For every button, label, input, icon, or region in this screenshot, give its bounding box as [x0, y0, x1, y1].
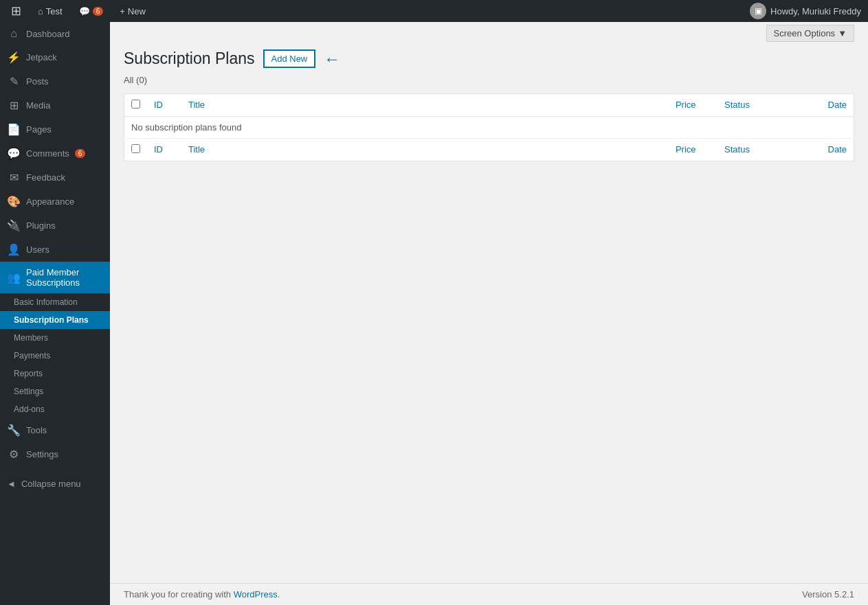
all-filter-label: All: [124, 75, 133, 85]
page-footer: Thank you for creating with WordPress. V…: [110, 583, 868, 605]
submenu-label: Basic Information: [14, 297, 78, 307]
sidebar-item-label: Tools: [26, 425, 47, 435]
wp-logo-icon: ⊞: [11, 3, 21, 19]
sidebar-item-label: Appearance: [26, 196, 74, 207]
sidebar-item-label: Media: [26, 100, 50, 111]
footer-thank-you-text: Thank you for creating with: [124, 589, 231, 600]
select-all-checkbox-footer[interactable]: [131, 144, 140, 153]
plugins-icon: 🔌: [7, 219, 21, 232]
id-column-header[interactable]: ID: [147, 93, 181, 116]
price-column-footer[interactable]: Price: [634, 138, 703, 161]
collapse-label: Collapse menu: [21, 479, 81, 489]
user-avatar: ▣: [750, 3, 766, 19]
table-body: No subscription plans found: [124, 116, 854, 138]
site-name-label: Test: [46, 6, 63, 16]
sidebar-item-label: Jetpack: [26, 52, 57, 62]
sidebar-item-label: Posts: [26, 76, 49, 87]
select-all-column-footer: [124, 138, 148, 161]
sidebar-item-jetpack[interactable]: ⚡ Jetpack: [0, 45, 110, 69]
submenu-label: Add-ons: [14, 404, 45, 414]
all-count: (0): [136, 75, 147, 85]
submenu-label: Members: [14, 333, 48, 343]
sidebar-item-label: Users: [26, 244, 49, 255]
submenu-item-basic-info[interactable]: Basic Information: [0, 293, 110, 311]
select-all-checkbox[interactable]: [131, 100, 140, 109]
jetpack-icon: ⚡: [7, 51, 21, 64]
submenu-label: Settings: [14, 387, 43, 396]
submenu-label: Subscription Plans: [14, 315, 89, 325]
sidebar-item-posts[interactable]: ✎ Posts: [0, 69, 110, 93]
sidebar-item-settings[interactable]: ⚙ Settings: [0, 442, 110, 466]
submenu-item-members[interactable]: Members: [0, 329, 110, 347]
comments-badge: 6: [93, 7, 104, 16]
status-column-footer[interactable]: Status: [703, 138, 772, 161]
screen-options-label: Screen Options: [774, 28, 836, 38]
status-column-header[interactable]: Status: [703, 93, 772, 116]
pages-icon: 📄: [7, 123, 21, 136]
table-foot: ID Title Price Status Date: [124, 138, 854, 161]
title-column-footer[interactable]: Title: [181, 138, 634, 161]
feedback-icon: ✉: [7, 171, 21, 184]
sidebar-item-label: Feedback: [26, 172, 65, 183]
admin-bar: ⊞ ⌂ Test 💬 6 + New ▣ Howdy, Muriuki Fred…: [0, 0, 868, 22]
date-column-header[interactable]: Date: [772, 93, 854, 116]
sidebar-item-pages[interactable]: 📄 Pages: [0, 117, 110, 141]
main-content: Screen Options ▼ Subscription Plans Add …: [110, 22, 868, 605]
wp-logo-button[interactable]: ⊞: [7, 0, 25, 22]
filter-links: All (0): [124, 75, 854, 85]
subscription-plans-table: ID Title Price Status Date No subscripti…: [124, 93, 854, 161]
collapse-icon: ◄: [7, 479, 16, 489]
submenu-item-reports[interactable]: Reports: [0, 365, 110, 383]
collapse-menu-button[interactable]: ◄ Collapse menu: [0, 473, 110, 494]
id-column-footer[interactable]: ID: [147, 138, 181, 161]
submenu-item-subscription-plans[interactable]: Subscription Plans ←: [0, 311, 110, 329]
comments-button[interactable]: 💬 6: [75, 0, 108, 22]
sidebar-item-dashboard[interactable]: ⌂ Dashboard: [0, 22, 110, 45]
submenu-item-payments[interactable]: Payments: [0, 347, 110, 365]
sidebar-item-appearance[interactable]: 🎨 Appearance: [0, 190, 110, 214]
screen-options-button[interactable]: Screen Options ▼: [766, 25, 854, 42]
dashboard-icon: ⌂: [7, 27, 21, 40]
user-menu-button[interactable]: ▣ Howdy, Muriuki Freddy: [750, 3, 861, 19]
new-content-button[interactable]: + New: [115, 0, 150, 22]
title-column-header[interactable]: Title: [181, 93, 634, 116]
sidebar-item-paid-member[interactable]: 👥 Paid Member Subscriptions: [0, 262, 110, 293]
submenu-item-settings[interactable]: Settings: [0, 383, 110, 400]
add-new-button[interactable]: Add New: [263, 49, 316, 68]
page-wrap: Subscription Plans Add New ← All (0): [110, 42, 868, 583]
all-filter-link[interactable]: All: [124, 75, 136, 85]
footer-credit: Thank you for creating with WordPress.: [124, 589, 280, 600]
price-column-header[interactable]: Price: [634, 93, 703, 116]
sidebar-item-label: Comments: [26, 148, 69, 159]
chevron-down-icon: ▼: [838, 28, 847, 38]
site-name-button[interactable]: ⌂ Test: [34, 0, 67, 22]
submenu-item-add-ons[interactable]: Add-ons: [0, 400, 110, 418]
submenu-label: Payments: [14, 351, 50, 361]
select-all-column-header: [124, 93, 148, 116]
media-icon: ⊞: [7, 99, 21, 112]
no-items-row: No subscription plans found: [124, 116, 854, 138]
sidebar-item-users[interactable]: 👤 Users: [0, 238, 110, 262]
comments-icon: 💬: [7, 147, 21, 160]
users-icon: 👤: [7, 243, 21, 256]
home-icon: ⌂: [38, 6, 43, 16]
sidebar-item-tools[interactable]: 🔧 Tools: [0, 418, 110, 442]
comment-icon: 💬: [79, 6, 90, 16]
admin-menu: ⌂ Dashboard ⚡ Jetpack ✎ Posts ⊞ Media 📄 …: [0, 22, 110, 605]
sidebar-item-comments[interactable]: 💬 Comments 6: [0, 141, 110, 165]
sidebar-item-feedback[interactable]: ✉ Feedback: [0, 165, 110, 190]
wordpress-link[interactable]: WordPress: [234, 589, 278, 600]
page-header: Subscription Plans Add New ←: [124, 49, 854, 69]
add-new-arrow-indicator: ←: [324, 51, 340, 67]
comments-count-badge: 6: [75, 149, 86, 158]
no-items-message: No subscription plans found: [124, 116, 854, 138]
date-column-footer[interactable]: Date: [772, 138, 854, 161]
new-label: New: [128, 6, 146, 16]
screen-options-bar: Screen Options ▼: [110, 22, 868, 42]
sidebar-item-plugins[interactable]: 🔌 Plugins: [0, 214, 110, 238]
sidebar-item-label: Dashboard: [26, 29, 70, 39]
sidebar-item-media[interactable]: ⊞ Media: [0, 93, 110, 117]
sidebar-item-label: Paid Member Subscriptions: [26, 267, 103, 288]
settings-icon: ⚙: [7, 448, 21, 461]
sidebar-item-label: Settings: [26, 449, 58, 459]
